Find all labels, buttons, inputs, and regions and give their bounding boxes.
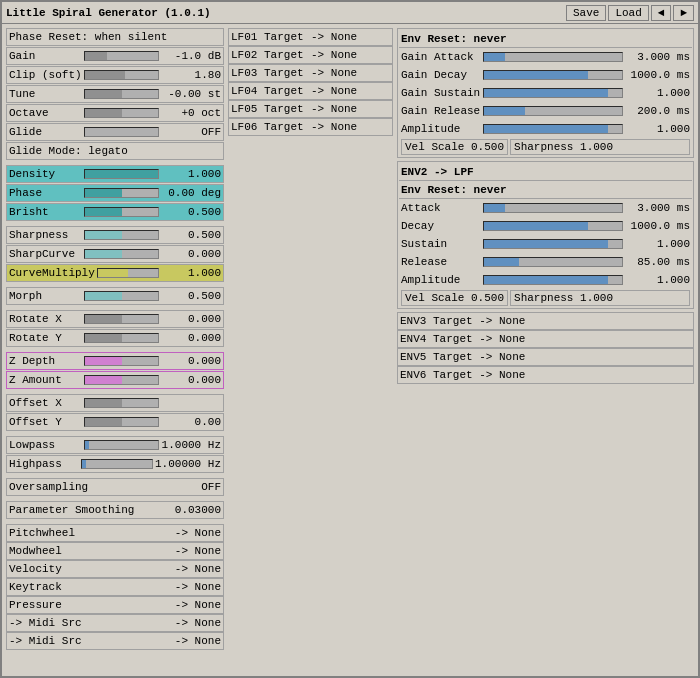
rotate-y-slider[interactable] xyxy=(84,333,159,343)
env2-row-slider-3[interactable] xyxy=(483,257,623,267)
env1-row-slider-0[interactable] xyxy=(483,52,623,62)
sharpness-row[interactable]: Sharpness 0.500 xyxy=(6,226,224,244)
env3-row-1[interactable]: ENV4 Target -> None xyxy=(397,330,694,348)
sharpcurve-slider[interactable] xyxy=(84,249,159,259)
main-window: Little Spiral Generator (1.0.1) Save Loa… xyxy=(0,0,700,678)
lfo-row-0[interactable]: LF01 Target-> None xyxy=(228,28,393,46)
lfo-row-3[interactable]: LF04 Target-> None xyxy=(228,82,393,100)
morph-slider[interactable] xyxy=(84,291,159,301)
z-amount-row[interactable]: Z Amount 0.000 xyxy=(6,371,224,389)
arrow-right-button[interactable]: ► xyxy=(673,5,694,21)
oversampling-row[interactable]: Oversampling OFF xyxy=(6,478,224,496)
offset-y-row[interactable]: Offset Y 0.00 xyxy=(6,413,224,431)
mod-row-3[interactable]: Keytrack-> None xyxy=(6,578,224,596)
env1-row-slider-4[interactable] xyxy=(483,124,623,134)
morph-row[interactable]: Morph 0.500 xyxy=(6,287,224,305)
env2-row-slider-2[interactable] xyxy=(483,239,623,249)
env2-row-slider-1[interactable] xyxy=(483,221,623,231)
mod-row-6[interactable]: -> Midi Src-> None xyxy=(6,632,224,650)
env2-row-value-3: 85.00 ms xyxy=(625,256,690,268)
glide-row[interactable]: Glide OFF xyxy=(6,123,224,141)
env1-row-slider-3[interactable] xyxy=(483,106,623,116)
lfo-row-1[interactable]: LF02 Target-> None xyxy=(228,46,393,64)
rotate-y-row[interactable]: Rotate Y 0.000 xyxy=(6,329,224,347)
env2-row-3[interactable]: Release85.00 ms xyxy=(399,253,692,271)
offset-x-slider[interactable] xyxy=(84,398,159,408)
z-depth-slider[interactable] xyxy=(84,356,159,366)
env3-row-3[interactable]: ENV6 Target -> None xyxy=(397,366,694,384)
env1-row-1[interactable]: Gain Decay1000.0 ms xyxy=(399,66,692,84)
env2-row-label-3: Release xyxy=(401,256,481,268)
offset-x-row[interactable]: Offset X xyxy=(6,394,224,412)
highpass-row[interactable]: Highpass 1.00000 Hz xyxy=(6,455,224,473)
mod-row-5[interactable]: -> Midi Src-> None xyxy=(6,614,224,632)
clip-row[interactable]: Clip (soft) 1.80 xyxy=(6,66,224,84)
mod-row-0[interactable]: Pitchwheel-> None xyxy=(6,524,224,542)
offset-y-slider[interactable] xyxy=(84,417,159,427)
octave-row[interactable]: Octave +0 oct xyxy=(6,104,224,122)
mod-row-2[interactable]: Velocity-> None xyxy=(6,560,224,578)
env2-row-1[interactable]: Decay1000.0 ms xyxy=(399,217,692,235)
z-amount-slider[interactable] xyxy=(84,375,159,385)
sharpness-slider[interactable] xyxy=(84,230,159,240)
phase-row[interactable]: Phase 0.00 deg xyxy=(6,184,224,202)
lowpass-row[interactable]: Lowpass 1.0000 Hz xyxy=(6,436,224,454)
env3-row-0[interactable]: ENV3 Target -> None xyxy=(397,312,694,330)
env1-row-slider-1[interactable] xyxy=(483,70,623,80)
octave-slider[interactable] xyxy=(84,108,159,118)
brisht-label: Brisht xyxy=(9,206,82,218)
env2-row-4[interactable]: Amplitude1.000 xyxy=(399,271,692,289)
env2-row-0[interactable]: Attack3.000 ms xyxy=(399,199,692,217)
env1-rows: Gain Attack3.000 msGain Decay1000.0 msGa… xyxy=(399,48,692,138)
env1-row-slider-2[interactable] xyxy=(483,88,623,98)
env1-row-2[interactable]: Gain Sustain1.000 xyxy=(399,84,692,102)
highpass-slider[interactable] xyxy=(81,459,153,469)
env2-row-2[interactable]: Sustain1.000 xyxy=(399,235,692,253)
brisht-row[interactable]: Brisht 0.500 xyxy=(6,203,224,221)
middle-panel: LF01 Target-> NoneLF02 Target-> NoneLF03… xyxy=(228,28,393,672)
env1-sharpness: Sharpness 1.000 xyxy=(510,139,690,155)
env2-row-slider-4[interactable] xyxy=(483,275,623,285)
tune-slider[interactable] xyxy=(84,89,159,99)
curvemultiply-row[interactable]: CurveMultiply 1.000 xyxy=(6,264,224,282)
right-panel: Env Reset: never Gain Attack3.000 msGain… xyxy=(397,28,694,672)
gain-row[interactable]: Gain -1.0 dB xyxy=(6,47,224,65)
lfo-row-2[interactable]: LF03 Target-> None xyxy=(228,64,393,82)
lfo-label-1: LF02 Target xyxy=(231,49,311,61)
z-depth-row[interactable]: Z Depth 0.000 xyxy=(6,352,224,370)
sharpness-label: Sharpness xyxy=(9,229,82,241)
phase-slider[interactable] xyxy=(84,188,159,198)
rotate-x-row[interactable]: Rotate X 0.000 xyxy=(6,310,224,328)
brisht-slider[interactable] xyxy=(84,207,159,217)
offset-x-label: Offset X xyxy=(9,397,82,409)
rotate-x-slider[interactable] xyxy=(84,314,159,324)
env2-row-label-4: Amplitude xyxy=(401,274,481,286)
mod-row-4[interactable]: Pressure-> None xyxy=(6,596,224,614)
env2-row-slider-0[interactable] xyxy=(483,203,623,213)
env1-row-3[interactable]: Gain Release200.0 ms xyxy=(399,102,692,120)
sharpcurve-row[interactable]: SharpCurve 0.000 xyxy=(6,245,224,263)
density-slider[interactable] xyxy=(84,169,159,179)
env3-row-2[interactable]: ENV5 Target -> None xyxy=(397,348,694,366)
curvemultiply-slider[interactable] xyxy=(97,268,159,278)
env1-vel-scale-text: Vel Scale 0.500 xyxy=(405,141,504,153)
mod-value-3: -> None xyxy=(161,581,221,593)
arrow-left-button[interactable]: ◄ xyxy=(651,5,672,21)
param-smooth-row[interactable]: Parameter Smoothing 0.03000 xyxy=(6,501,224,519)
env1-sharpness-text: Sharpness 1.000 xyxy=(514,141,613,153)
lowpass-slider[interactable] xyxy=(84,440,159,450)
mod-row-1[interactable]: Modwheel-> None xyxy=(6,542,224,560)
clip-slider[interactable] xyxy=(84,70,159,80)
tune-row[interactable]: Tune -0.00 st xyxy=(6,85,224,103)
glide-slider[interactable] xyxy=(84,127,159,137)
load-button[interactable]: Load xyxy=(608,5,648,21)
save-button[interactable]: Save xyxy=(566,5,606,21)
lfo-row-5[interactable]: LF06 Target-> None xyxy=(228,118,393,136)
glide-label: Glide xyxy=(9,126,82,138)
density-row[interactable]: Density 1.000 xyxy=(6,165,224,183)
env1-row-0[interactable]: Gain Attack3.000 ms xyxy=(399,48,692,66)
mod-rows: Pitchwheel-> NoneModwheel-> NoneVelocity… xyxy=(6,524,224,650)
env1-row-4[interactable]: Amplitude1.000 xyxy=(399,120,692,138)
gain-slider[interactable] xyxy=(84,51,159,61)
lfo-row-4[interactable]: LF05 Target-> None xyxy=(228,100,393,118)
